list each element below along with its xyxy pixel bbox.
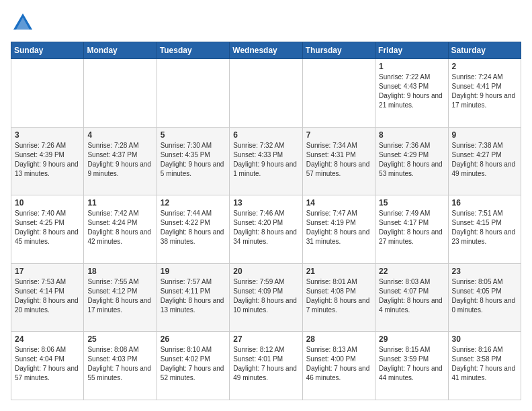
day-info: Sunrise: 7:32 AM Sunset: 4:33 PM Dayligh… (233, 141, 298, 179)
day-number: 8 (379, 130, 444, 140)
day-number: 11 (87, 198, 152, 208)
day-info: Sunrise: 8:13 AM Sunset: 4:00 PM Dayligh… (306, 345, 371, 383)
day-number: 4 (87, 130, 152, 140)
calendar-cell-5-1: 25Sunrise: 8:08 AM Sunset: 4:03 PM Dayli… (84, 332, 157, 400)
day-number: 28 (306, 334, 371, 344)
calendar-cell-1-4 (302, 59, 375, 128)
calendar-cell-2-4: 7Sunrise: 7:34 AM Sunset: 4:31 PM Daylig… (302, 127, 375, 195)
calendar-cell-1-5: 1Sunrise: 7:22 AM Sunset: 4:43 PM Daylig… (375, 59, 448, 128)
day-info: Sunrise: 7:46 AM Sunset: 4:20 PM Dayligh… (233, 209, 298, 246)
day-info: Sunrise: 7:24 AM Sunset: 4:41 PM Dayligh… (452, 73, 517, 110)
day-info: Sunrise: 7:44 AM Sunset: 4:22 PM Dayligh… (161, 209, 226, 246)
calendar-cell-5-2: 26Sunrise: 8:10 AM Sunset: 4:02 PM Dayli… (157, 332, 229, 400)
day-number: 30 (452, 334, 517, 344)
day-info: Sunrise: 8:08 AM Sunset: 4:03 PM Dayligh… (87, 345, 152, 383)
calendar-cell-1-3 (230, 59, 302, 128)
day-info: Sunrise: 7:47 AM Sunset: 4:19 PM Dayligh… (306, 209, 371, 246)
calendar-cell-3-5: 15Sunrise: 7:49 AM Sunset: 4:17 PM Dayli… (375, 195, 448, 264)
calendar-cell-4-6: 23Sunrise: 8:05 AM Sunset: 4:05 PM Dayli… (448, 263, 521, 332)
calendar-cell-4-1: 18Sunrise: 7:55 AM Sunset: 4:12 PM Dayli… (84, 263, 157, 332)
calendar-header-monday: Monday (84, 42, 157, 59)
day-info: Sunrise: 8:01 AM Sunset: 4:08 PM Dayligh… (306, 277, 371, 315)
calendar-cell-2-2: 5Sunrise: 7:30 AM Sunset: 4:35 PM Daylig… (157, 127, 229, 195)
day-number: 13 (233, 198, 298, 208)
day-number: 19 (161, 267, 226, 276)
calendar-header-thursday: Thursday (302, 42, 375, 59)
calendar-week-2: 3Sunrise: 7:26 AM Sunset: 4:39 PM Daylig… (11, 127, 521, 195)
day-info: Sunrise: 7:40 AM Sunset: 4:25 PM Dayligh… (15, 209, 80, 246)
day-info: Sunrise: 8:16 AM Sunset: 3:58 PM Dayligh… (452, 345, 517, 383)
day-number: 24 (15, 334, 80, 344)
calendar-cell-3-2: 12Sunrise: 7:44 AM Sunset: 4:22 PM Dayli… (157, 195, 229, 264)
calendar-header-row: SundayMondayTuesdayWednesdayThursdayFrid… (11, 42, 521, 59)
calendar-cell-3-6: 16Sunrise: 7:51 AM Sunset: 4:15 PM Dayli… (448, 195, 521, 264)
calendar-week-4: 17Sunrise: 7:53 AM Sunset: 4:14 PM Dayli… (11, 263, 521, 332)
day-info: Sunrise: 8:06 AM Sunset: 4:04 PM Dayligh… (15, 345, 80, 383)
calendar-cell-2-0: 3Sunrise: 7:26 AM Sunset: 4:39 PM Daylig… (11, 127, 84, 195)
calendar-cell-4-5: 22Sunrise: 8:03 AM Sunset: 4:07 PM Dayli… (375, 263, 448, 332)
day-number: 5 (161, 130, 226, 140)
day-number: 25 (87, 334, 152, 344)
day-number: 12 (161, 198, 226, 208)
day-number: 17 (15, 267, 80, 276)
calendar-cell-4-2: 19Sunrise: 7:57 AM Sunset: 4:11 PM Dayli… (157, 263, 229, 332)
day-info: Sunrise: 7:28 AM Sunset: 4:37 PM Dayligh… (87, 141, 152, 179)
day-info: Sunrise: 7:22 AM Sunset: 4:43 PM Dayligh… (379, 73, 444, 110)
day-number: 7 (306, 130, 371, 140)
logo (11, 11, 38, 35)
calendar-cell-2-6: 9Sunrise: 7:38 AM Sunset: 4:27 PM Daylig… (448, 127, 521, 195)
day-info: Sunrise: 7:53 AM Sunset: 4:14 PM Dayligh… (15, 277, 80, 315)
day-number: 22 (379, 267, 444, 276)
calendar-week-3: 10Sunrise: 7:40 AM Sunset: 4:25 PM Dayli… (11, 195, 521, 264)
calendar-week-5: 24Sunrise: 8:06 AM Sunset: 4:04 PM Dayli… (11, 332, 521, 400)
day-number: 20 (233, 267, 298, 276)
day-info: Sunrise: 7:26 AM Sunset: 4:39 PM Dayligh… (15, 141, 80, 179)
day-number: 10 (15, 198, 80, 208)
calendar-cell-1-1 (84, 59, 157, 128)
day-info: Sunrise: 7:30 AM Sunset: 4:35 PM Dayligh… (161, 141, 226, 179)
day-info: Sunrise: 7:57 AM Sunset: 4:11 PM Dayligh… (161, 277, 226, 315)
day-number: 14 (306, 198, 371, 208)
day-number: 21 (306, 267, 371, 276)
day-info: Sunrise: 7:51 AM Sunset: 4:15 PM Dayligh… (452, 209, 517, 246)
day-info: Sunrise: 7:59 AM Sunset: 4:09 PM Dayligh… (233, 277, 298, 315)
calendar-cell-1-0 (11, 59, 84, 128)
calendar-cell-5-3: 27Sunrise: 8:12 AM Sunset: 4:01 PM Dayli… (230, 332, 302, 400)
day-number: 29 (379, 334, 444, 344)
calendar-cell-4-4: 21Sunrise: 8:01 AM Sunset: 4:08 PM Dayli… (302, 263, 375, 332)
calendar-cell-4-0: 17Sunrise: 7:53 AM Sunset: 4:14 PM Dayli… (11, 263, 84, 332)
calendar-cell-3-4: 14Sunrise: 7:47 AM Sunset: 4:19 PM Dayli… (302, 195, 375, 264)
calendar-cell-2-5: 8Sunrise: 7:36 AM Sunset: 4:29 PM Daylig… (375, 127, 448, 195)
calendar-cell-5-0: 24Sunrise: 8:06 AM Sunset: 4:04 PM Dayli… (11, 332, 84, 400)
calendar-week-1: 1Sunrise: 7:22 AM Sunset: 4:43 PM Daylig… (11, 59, 521, 128)
day-number: 15 (379, 198, 444, 208)
calendar-cell-5-4: 28Sunrise: 8:13 AM Sunset: 4:00 PM Dayli… (302, 332, 375, 400)
day-info: Sunrise: 7:49 AM Sunset: 4:17 PM Dayligh… (379, 209, 444, 246)
calendar-cell-1-6: 2Sunrise: 7:24 AM Sunset: 4:41 PM Daylig… (448, 59, 521, 128)
day-info: Sunrise: 8:12 AM Sunset: 4:01 PM Dayligh… (233, 345, 298, 383)
calendar-cell-3-1: 11Sunrise: 7:42 AM Sunset: 4:24 PM Dayli… (84, 195, 157, 264)
day-info: Sunrise: 7:55 AM Sunset: 4:12 PM Dayligh… (87, 277, 152, 315)
calendar-cell-3-0: 10Sunrise: 7:40 AM Sunset: 4:25 PM Dayli… (11, 195, 84, 264)
day-number: 2 (452, 62, 517, 71)
calendar-cell-1-2 (157, 59, 229, 128)
header (11, 11, 521, 35)
calendar-header-wednesday: Wednesday (230, 42, 302, 59)
day-info: Sunrise: 8:05 AM Sunset: 4:05 PM Dayligh… (452, 277, 517, 315)
day-number: 27 (233, 334, 298, 344)
calendar-cell-5-5: 29Sunrise: 8:15 AM Sunset: 3:59 PM Dayli… (375, 332, 448, 400)
day-info: Sunrise: 7:36 AM Sunset: 4:29 PM Dayligh… (379, 141, 444, 179)
day-number: 18 (87, 267, 152, 276)
day-number: 16 (452, 198, 517, 208)
calendar-cell-3-3: 13Sunrise: 7:46 AM Sunset: 4:20 PM Dayli… (230, 195, 302, 264)
calendar-cell-4-3: 20Sunrise: 7:59 AM Sunset: 4:09 PM Dayli… (230, 263, 302, 332)
calendar-cell-2-1: 4Sunrise: 7:28 AM Sunset: 4:37 PM Daylig… (84, 127, 157, 195)
day-number: 23 (452, 267, 517, 276)
day-number: 3 (15, 130, 80, 140)
calendar-cell-5-6: 30Sunrise: 8:16 AM Sunset: 3:58 PM Dayli… (448, 332, 521, 400)
day-info: Sunrise: 7:34 AM Sunset: 4:31 PM Dayligh… (306, 141, 371, 179)
day-number: 26 (161, 334, 226, 344)
calendar-header-friday: Friday (375, 42, 448, 59)
calendar-cell-2-3: 6Sunrise: 7:32 AM Sunset: 4:33 PM Daylig… (230, 127, 302, 195)
logo-icon (11, 11, 35, 35)
